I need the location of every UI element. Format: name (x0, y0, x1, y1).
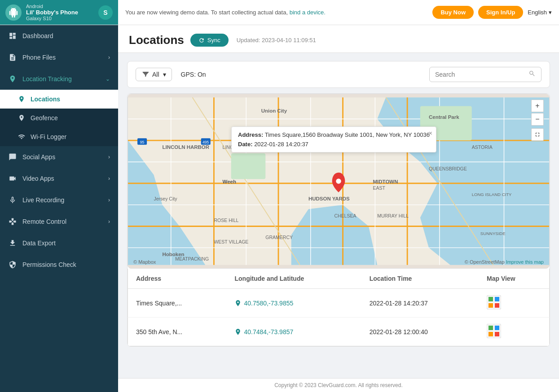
svg-rect-21 (231, 153, 266, 179)
svg-text:GRAMERCY: GRAMERCY (265, 235, 293, 240)
row1-time: 2022-01-28 14:20:37 (361, 289, 479, 318)
social-icon (8, 152, 17, 161)
sidebar-item-location-tracking[interactable]: Location Tracking ⌄ (0, 68, 118, 90)
sidebar-item-geofence[interactable]: Geofence (0, 109, 118, 127)
col-mapview: Map View (479, 269, 550, 289)
tooltip-close-button[interactable]: × (429, 130, 432, 137)
sidebar-item-wifi-logger[interactable]: Wi-Fi Logger (0, 127, 118, 146)
sidebar-item-dashboard[interactable]: Dashboard (0, 25, 118, 47)
buy-now-button[interactable]: Buy Now (432, 6, 474, 19)
sidebar-label-phone-files: Phone Files (22, 54, 56, 61)
search-icon[interactable] (528, 70, 536, 79)
demo-notice: You are now viewing demo data. To start … (118, 9, 425, 16)
svg-text:Central Park: Central Park (429, 114, 459, 120)
device-model: Galaxy S10 (26, 16, 78, 21)
video-icon (8, 174, 17, 183)
sidebar-label-live-recording: Live Recording (22, 196, 64, 204)
sidebar-label-data-export: Data Export (22, 240, 56, 247)
chevron-right-icon3: › (108, 175, 110, 182)
sync-button[interactable]: Sync (190, 34, 229, 47)
chevron-down-icon: ▾ (549, 9, 552, 16)
svg-text:Union City: Union City (261, 108, 287, 113)
main-content: Locations Sync Updated: 2023-04-10 11:09… (118, 25, 559, 392)
improve-map-link[interactable]: Improve this map (506, 259, 544, 265)
dashboard-icon (8, 31, 17, 40)
pin-icon (17, 95, 26, 104)
sidebar-label-geofence: Geofence (31, 114, 58, 122)
search-box (429, 67, 541, 82)
dropdown-icon: ▾ (163, 71, 166, 78)
sidebar-item-locations[interactable]: Locations (0, 90, 118, 109)
zoom-in-button[interactable]: + (531, 100, 544, 112)
svg-text:MIDTOWN: MIDTOWN (373, 179, 398, 184)
svg-rect-53 (489, 326, 493, 330)
top-actions: Buy Now Sign In/Up English ▾ (425, 6, 559, 19)
all-filter[interactable]: All ▾ (136, 68, 172, 81)
language-selector[interactable]: English ▾ (528, 9, 552, 16)
page-header: Locations Sync Updated: 2023-04-10 11:09… (118, 25, 559, 53)
sidebar-item-data-export[interactable]: Data Export (0, 232, 118, 254)
svg-text:LONG ISLAND CITY: LONG ISLAND CITY (472, 192, 512, 197)
footer-text: Copyright © 2023 ClevGuard.com. All righ… (274, 382, 403, 388)
filter-bar: All ▾ GPS: On (127, 61, 550, 88)
sidebar-item-phone-files[interactable]: Phone Files › (0, 47, 118, 68)
zoom-out-button[interactable]: − (531, 113, 544, 126)
sidebar-item-video-apps[interactable]: Video Apps › (0, 168, 118, 189)
remote-icon (8, 217, 17, 226)
svg-text:EAST: EAST (373, 185, 386, 191)
svg-text:Jersey City: Jersey City (154, 196, 177, 201)
row2-time: 2022-01-28 12:00:40 (361, 318, 479, 346)
svg-rect-55 (489, 332, 493, 336)
sidebar-item-live-recording[interactable]: Live Recording › (0, 189, 118, 211)
row1-mapview[interactable] (479, 289, 550, 318)
map-tooltip: × Address: Times Square,1560 Broadway Su… (231, 126, 436, 152)
col-coords: Longitude and Latitude (226, 269, 361, 289)
export-icon (8, 239, 17, 248)
files-icon (8, 53, 17, 62)
all-label: All (152, 71, 159, 78)
os-label: Android (26, 4, 78, 9)
chevron-right-icon: › (108, 54, 110, 61)
map-container[interactable]: Union City HUDSON YARDS MIDTOWN EAST CHE… (128, 94, 550, 269)
tooltip-date: Date: 2022-01-28 14:20:37 (238, 141, 430, 148)
svg-text:HUDSON YARDS: HUDSON YARDS (308, 196, 350, 201)
footer: Copyright © 2023 ClevGuard.com. All righ… (118, 378, 559, 392)
location-tracking-icon (8, 74, 17, 83)
svg-rect-50 (489, 303, 493, 308)
svg-text:QUEENSBRIDGE: QUEENSBRIDGE (429, 166, 467, 171)
sidebar-item-social-apps[interactable]: Social Apps › (0, 146, 118, 168)
row1-coords-link[interactable]: 40.7580,-73.9855 (234, 300, 353, 307)
bind-device-link[interactable]: bind a device. (290, 9, 326, 16)
svg-rect-48 (489, 297, 493, 301)
sign-in-button[interactable]: Sign In/Up (478, 6, 523, 19)
sidebar-item-permissions-check[interactable]: Permissions Check (0, 254, 118, 275)
svg-text:WEST VILLAGE: WEST VILLAGE (214, 239, 248, 244)
sidebar-item-remote-control[interactable]: Remote Control › (0, 211, 118, 232)
svg-text:ASTORIA: ASTORIA (472, 144, 493, 150)
row2-coords-link[interactable]: 40.7484,-73.9857 (234, 328, 353, 335)
updated-text: Updated: 2023-04-10 11:09:51 (237, 37, 316, 44)
svg-text:CHELSEA: CHELSEA (334, 213, 356, 218)
language-label: English (528, 9, 547, 16)
col-address: Address (128, 269, 227, 289)
device-name: Lil' Bobby's Phone (26, 9, 78, 16)
col-time: Location Time (361, 269, 479, 289)
row1-coords: 40.7580,-73.9855 (226, 289, 361, 318)
sidebar-label-wifi-logger: Wi-Fi Logger (31, 133, 66, 140)
shield-icon (8, 260, 17, 269)
osm-label: © OpenStreetMap Improve this map (465, 259, 544, 265)
sidebar-label-remote-control: Remote Control (22, 218, 66, 225)
svg-text:LINCOLN HARBOR: LINCOLN HARBOR (163, 144, 210, 150)
svg-text:MURRAY HILL: MURRAY HILL (377, 213, 409, 218)
geofence-icon (17, 113, 26, 122)
svg-text:495: 495 (202, 140, 209, 144)
fullscreen-button[interactable] (531, 128, 544, 141)
search-input[interactable] (435, 71, 525, 78)
row1-address: Times Square,... (128, 289, 227, 318)
wifi-icon (17, 132, 26, 141)
svg-text:95: 95 (140, 140, 145, 144)
device-os-icon (5, 4, 22, 21)
table-row: Times Square,... 40.7580,-73.9855 2022-0… (128, 289, 550, 318)
row2-mapview[interactable] (479, 318, 550, 346)
mapbox-label: © Mapbox (133, 259, 156, 265)
